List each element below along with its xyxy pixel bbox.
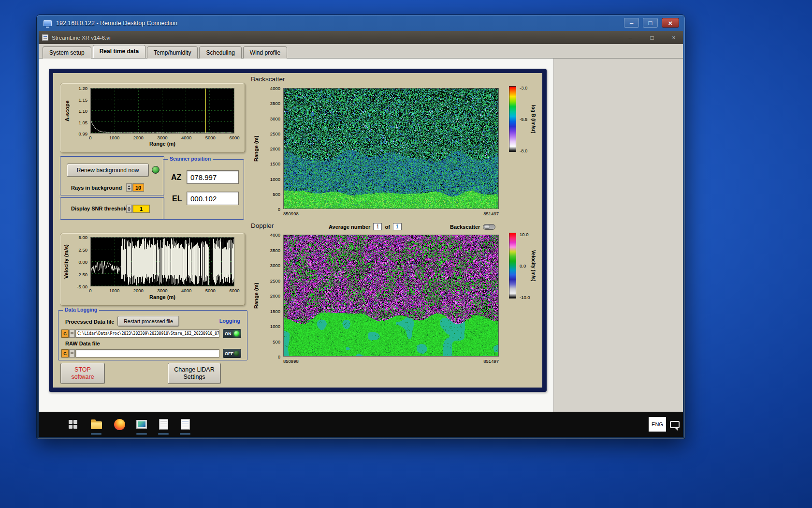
velocity-chart: Velocity (m/s) 5.002.500.00-2.50-5.00 01… [60,233,246,306]
raw-browse-button[interactable] [69,349,75,358]
maximize-button[interactable]: □ [643,18,658,28]
tab-wind-profile[interactable]: Wind profile [243,46,287,59]
doppler-colorbar [509,233,516,299]
app-minimize-button[interactable]: – [626,34,635,41]
on-label: ON [225,331,232,336]
raw-drive-box[interactable]: C [61,349,69,358]
notifications-button[interactable] [668,417,681,432]
taskbar: ENG [39,412,683,437]
change-lidar-settings-button[interactable]: Change LiDAR Settings [168,363,221,384]
app-titlebar[interactable]: StreamLine XR v14-6.vi – □ × [39,31,683,44]
velocity-xlabel: Range (m) [90,294,234,300]
minimize-button[interactable]: – [624,18,639,28]
average-total-field[interactable]: 1 [393,223,402,230]
processed-path-field[interactable]: C:\Lidar\Data\Proc\2023\202309\20230910\… [75,329,219,338]
el-value: 000.102 [187,192,239,205]
average-number-field[interactable]: 1 [373,223,382,230]
close-button[interactable]: × [662,18,679,28]
language-indicator[interactable]: ENG [649,417,666,432]
photos-button[interactable] [135,417,148,432]
scan-schedule-button[interactable] [157,417,170,432]
ascope-xtick-labels: 0100020003000400050006000 [90,134,234,140]
main-panel: A-scope 1.201.151.101.050.99 01000200030… [53,73,542,388]
firefox-button[interactable] [113,417,126,432]
backscatter-ytick-labels: 40003500300025002000150010005000 [260,88,281,209]
rdp-titlebar[interactable]: 192.168.0.122 - Remote Desktop Connectio… [37,15,685,31]
backscatter-canvas [284,89,498,209]
backscatter-x-last: 851497 [483,211,499,216]
computer-icon [44,20,52,26]
tab-system-setup[interactable]: System setup [43,46,91,59]
rdp-window-controls: – □ × [624,18,679,28]
change-button-line2: Settings [183,374,205,381]
backscatter-toggle-row: Backscatter [450,223,495,231]
app-restore-button[interactable]: □ [648,34,656,41]
velocity-plot [90,237,234,286]
data-logging-group: Data Logging Processed Data file Restart… [58,310,247,360]
stop-button-line2: software [71,374,94,381]
snr-label: Display SNR threshold [71,206,129,211]
of-label: of [385,224,390,230]
stop-button-line1: STOP [74,366,91,374]
raw-logging-toggle[interactable]: OFF [223,349,241,358]
photo-icon [136,420,147,429]
doppler-ylabel: Range (m) [253,235,259,357]
notes-button[interactable] [179,417,191,432]
file-explorer-button[interactable] [90,417,102,432]
raw-path-field[interactable] [75,349,219,358]
tab-scheduling[interactable]: Scheduling [199,46,241,59]
processed-logging-toggle[interactable]: ON [223,329,241,338]
velocity-ytick-labels: 5.002.500.00-2.50-5.00 [71,237,88,286]
background-led-icon [152,166,160,174]
backscatter-x-first: 850998 [283,211,299,216]
processed-browse-button[interactable] [69,329,75,338]
snr-value-field[interactable]: 1 [132,205,150,213]
start-button[interactable] [67,417,79,432]
processed-drive-box[interactable]: C [61,329,69,338]
panel-frame: A-scope 1.201.151.101.050.99 01000200030… [49,69,547,392]
tab-bar: System setup Real time data Temp/humidit… [39,44,683,59]
backscatter-colorbar [509,86,516,152]
snr-spinner[interactable] [126,205,132,213]
snr-group: Display SNR threshold 1 [60,197,164,220]
logging-label: Logging [219,318,240,324]
rays-value-field[interactable]: 10 [132,183,144,192]
doppler-x-last: 851497 [483,359,499,364]
logging-on-led-icon [234,331,239,336]
rdp-title: 192.168.0.122 - Remote Desktop Connectio… [56,20,177,27]
rays-spinner[interactable] [126,183,132,192]
renew-background-button[interactable]: Renew background now [67,164,149,177]
ascope-chart: A-scope 1.201.151.101.050.99 01000200030… [60,83,246,153]
doppler-colorbar-label: Velocity (m/s) [531,233,536,299]
app-close-button[interactable]: × [669,34,678,41]
doppler-canvas [284,235,498,356]
stop-software-button[interactable]: STOP software [60,363,105,384]
doppler-ytick-labels: 40003500300025002000150010005000 [260,235,281,357]
processed-file-label: Processed Data file [65,319,115,325]
scanner-position-label: Scanner position [168,156,213,162]
backscatter-toggle[interactable] [483,224,495,230]
raw-file-label: RAW Data file [65,341,100,346]
off-label: OFF [225,351,233,356]
backscatter-xaxis: 850998 851497 [283,210,499,217]
backscatter-ylabel: Range (m) [253,88,259,209]
scanner-position-group: Scanner position AZ 078.997 EL 000.102 [163,159,244,220]
tab-real-time-data[interactable]: Real time data [93,45,145,58]
average-controls: Average number 1 of 1 [329,223,402,231]
app-client-area: A-scope 1.201.151.101.050.99 01000200030… [39,59,683,413]
vi-icon [42,34,48,41]
logging-off-led-icon [234,351,239,356]
tab-temp-humidity[interactable]: Temp/humidity [147,46,198,59]
restart-processed-button[interactable]: Restart processed file [117,316,179,327]
change-button-line1: Change LiDAR [174,366,214,374]
front-panel: A-scope 1.201.151.101.050.99 01000200030… [39,59,554,413]
backscatter-toggle-label: Backscatter [450,224,480,230]
backscatter-heatmap [283,88,499,209]
app-window: StreamLine XR v14-6.vi – □ × System setu… [39,31,683,413]
doppler-heatmap [283,235,499,357]
az-label: AZ [171,173,181,182]
blue-document-icon [181,419,190,430]
backscatter-colorbar-label: log B (/m/sr) [531,86,536,152]
ascope-ylabel: A-scope [64,88,70,134]
velocity-ylabel: Velocity (m/s) [63,237,69,286]
